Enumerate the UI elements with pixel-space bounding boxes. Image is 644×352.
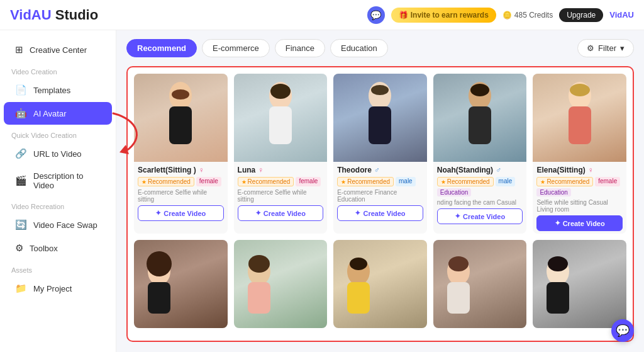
- avatar-card-yellow: [333, 240, 427, 328]
- tags-scarlett: ★ Recommended female: [138, 177, 224, 186]
- avatar-image-yellow: [333, 240, 427, 328]
- sidebar-item-creative-center[interactable]: ⊞ Creative Center: [4, 38, 112, 61]
- create-label: Create Video: [363, 210, 405, 217]
- avatar-image-theodore: [333, 74, 427, 162]
- create-button-theodore[interactable]: ✦ Create Video: [337, 205, 423, 221]
- upgrade-button[interactable]: Upgrade: [559, 8, 603, 22]
- tag-recommended: ★ Recommended: [536, 177, 593, 186]
- grid-row-1: Scarlett(Sitting ) ♀ ★ Recommended femal…: [134, 74, 626, 234]
- sidebar-item-face-swap[interactable]: 🔄 Video Face Swap: [4, 213, 112, 236]
- avatar-name-theodore: Theodore ♂: [337, 166, 423, 174]
- description-icon: 🎬: [15, 175, 27, 186]
- avatar-image-dark: [533, 240, 626, 328]
- avatar-info-elena: Elena(Sitting) ♀ ★ Recommended female Ed…: [533, 162, 626, 234]
- sidebar-item-label: Creative Center: [30, 45, 87, 55]
- name-text: Scarlett(Sitting ): [138, 166, 196, 174]
- chevron-down-icon: ▾: [620, 43, 625, 53]
- studio-label: Studio: [55, 7, 98, 23]
- svg-point-2: [172, 89, 189, 99]
- female-icon: ♀: [588, 166, 594, 174]
- invite-button[interactable]: 🎁 Invite to earn rewards: [391, 8, 496, 23]
- category-tabs: Recommend E-commerce Finance Education ⚙…: [126, 39, 634, 57]
- svg-point-8: [371, 85, 389, 95]
- svg-point-29: [548, 256, 568, 271]
- avatar-info-theodore: Theodore ♂ ★ Recommended male E-commerce…: [333, 162, 427, 224]
- svg-rect-28: [547, 282, 569, 314]
- sidebar-item-label: My Project: [33, 284, 72, 293]
- filter-icon: ⚙: [587, 43, 594, 53]
- avatar-image-scarlett: [134, 74, 228, 162]
- female-icon: ♀: [199, 166, 204, 174]
- tab-education[interactable]: Education: [330, 39, 388, 57]
- create-label: Create Video: [563, 220, 605, 227]
- avatar-icon: 🤖: [15, 108, 27, 119]
- avatar-name-luna: Luna ♀: [238, 166, 324, 174]
- svg-point-5: [270, 84, 291, 99]
- toolbox-icon: ⚙: [15, 242, 23, 254]
- svg-point-17: [147, 251, 172, 276]
- logo: VidAU Studio: [10, 7, 98, 23]
- name-text: Elena(Sitting): [536, 166, 585, 174]
- tab-ecommerce[interactable]: E-commerce: [202, 39, 270, 57]
- link-icon: 🔗: [15, 148, 27, 159]
- sidebar-item-url-to-video[interactable]: 🔗 URL to Video: [4, 142, 112, 165]
- topbar: VidAU Studio 💬 🎁 Invite to earn rewards …: [0, 0, 644, 30]
- avatar-card-curly: [134, 240, 228, 328]
- discord-icon[interactable]: 💬: [367, 6, 385, 24]
- tag-female: female: [595, 177, 620, 186]
- tab-finance[interactable]: Finance: [275, 39, 325, 57]
- avatar-card-scarlett: Scarlett(Sitting ) ♀ ★ Recommended femal…: [134, 74, 228, 234]
- sidebar-item-description-to-video[interactable]: 🎬 Description to Video: [4, 166, 112, 196]
- avatar-card-pink: [234, 240, 328, 328]
- create-label: Create Video: [164, 210, 206, 217]
- tag-female: female: [196, 177, 221, 186]
- sidebar-item-ai-avatar[interactable]: 🤖 AI Avatar: [4, 102, 112, 125]
- female-icon: ♀: [258, 166, 264, 174]
- name-text: Noah(Standing): [437, 166, 493, 174]
- grid-icon: ⊞: [15, 44, 23, 55]
- svg-rect-19: [248, 282, 270, 314]
- sidebar-item-my-project[interactable]: 📁 My Project: [4, 277, 112, 300]
- avatar-info-noah: Noah(Standing) ♂ ★ Recommended male Educ…: [433, 162, 527, 227]
- sidebar-item-label: Toolbox: [30, 244, 58, 253]
- create-button-noah[interactable]: ✦ Create Video: [437, 208, 523, 224]
- tags-theodore: ★ Recommended male: [337, 177, 423, 186]
- tab-recommend[interactable]: Recommend: [126, 39, 197, 57]
- tag-recommended: ★ Recommended: [238, 177, 294, 186]
- sidebar-item-templates[interactable]: 📄 Templates: [4, 79, 112, 101]
- avatar-name-scarlett: Scarlett(Sitting ) ♀: [138, 166, 224, 174]
- tag-education: Education: [437, 188, 471, 196]
- filter-button[interactable]: ⚙ Filter ▾: [577, 39, 634, 57]
- create-button-scarlett[interactable]: ✦ Create Video: [138, 205, 224, 221]
- name-text: Theodore: [337, 166, 372, 174]
- avatar-info-luna: Luna ♀ ★ Recommended female E-commerce S…: [234, 162, 328, 224]
- section-label-video-creation: Video Creation: [0, 62, 116, 78]
- create-button-luna[interactable]: ✦ Create Video: [238, 205, 324, 221]
- invite-label: Invite to earn rewards: [411, 11, 489, 20]
- gift-icon: 🎁: [399, 11, 408, 20]
- tag-recommended: ★ Recommended: [437, 177, 494, 186]
- sidebar-item-label: URL to Video: [33, 149, 82, 159]
- tag-female: female: [296, 177, 321, 186]
- create-button-elena[interactable]: ✦ Create Video: [536, 215, 623, 231]
- extra-tags-theodore: E-commerce Finance Education: [337, 189, 423, 203]
- section-label-video-recreation: Video Recreation: [0, 196, 116, 213]
- credits-value: 485 Credits: [514, 11, 553, 20]
- avatar-image-curly: [134, 240, 228, 328]
- topbar-right: 💬 🎁 Invite to earn rewards 🪙 485 Credits…: [367, 6, 634, 24]
- avatar-name-elena: Elena(Sitting) ♀: [536, 166, 623, 174]
- chat-bubble-button[interactable]: 💬: [611, 319, 634, 342]
- svg-point-23: [350, 258, 367, 270]
- svg-rect-10: [469, 106, 491, 144]
- vidau-brand: VidAU: [609, 10, 634, 20]
- svg-rect-22: [347, 282, 370, 314]
- sidebar-item-toolbox[interactable]: ⚙ Toolbox: [4, 237, 112, 259]
- sidebar-item-label: Templates: [33, 86, 70, 95]
- avatar-grid: Scarlett(Sitting ) ♀ ★ Recommended femal…: [126, 66, 634, 342]
- topbar-left: VidAU Studio: [10, 7, 98, 23]
- grid-row-2: [134, 240, 626, 328]
- sidebar: ⊞ Creative Center Video Creation 📄 Templ…: [0, 30, 116, 352]
- extra-tags-noah: nding facing the cam Casual: [437, 199, 523, 206]
- extra-tags-luna: E-commerce Selfie while sitting: [238, 189, 324, 203]
- credits-badge: 🪙 485 Credits: [502, 11, 553, 20]
